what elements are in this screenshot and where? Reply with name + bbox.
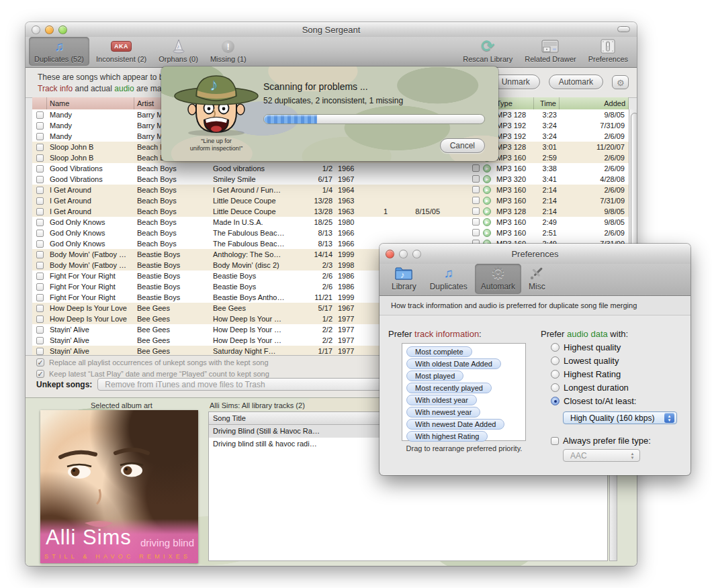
radio-button[interactable] [551, 383, 560, 392]
priority-item[interactable]: With oldest Date Added [406, 358, 501, 369]
prefs-tab-misc[interactable]: Misc [523, 264, 551, 294]
row-checkbox[interactable] [36, 305, 44, 312]
row-checkbox[interactable] [36, 219, 44, 226]
cell-year: 1977 [335, 313, 365, 324]
cell-artist: Bee Gees [134, 303, 210, 313]
table-row[interactable]: Good VibrationsBeach BoysGood vibrations… [32, 163, 629, 174]
cell-type: MP3 160 [494, 195, 534, 206]
row-checkbox[interactable] [36, 240, 44, 248]
replace-playlist-checkbox[interactable]: ✓ [36, 358, 44, 366]
album-art[interactable]: Alli Sims driving blind STILL & HAVOC RE… [40, 410, 198, 563]
keep-lastplay-checkbox[interactable]: ✓ [36, 370, 44, 378]
keep-checkbox[interactable] [472, 186, 480, 193]
priority-item[interactable]: With highest Rating [406, 431, 488, 442]
row-checkbox[interactable] [36, 122, 44, 130]
table-row[interactable]: God Only KnowsBeach BoysThe Fabulous Bea… [32, 228, 629, 238]
play-icon[interactable]: ▶ [483, 186, 491, 194]
prefs-titlebar[interactable]: Preferences [380, 244, 691, 264]
row-checkbox[interactable] [36, 111, 44, 119]
row-checkbox[interactable] [36, 208, 44, 215]
cell-added: 11/20/07 [560, 142, 629, 152]
cell-track: 8/13 [304, 238, 335, 249]
row-checkbox[interactable] [36, 165, 44, 173]
toolbar-item-related-drawer[interactable]: Related Drawer [519, 37, 581, 66]
row-checkbox[interactable] [36, 187, 44, 194]
radio-button[interactable] [551, 370, 560, 379]
radio-label: Closest to/At least: [564, 396, 636, 406]
header-added[interactable]: Added [560, 97, 629, 109]
priority-item[interactable]: Most played [406, 371, 463, 381]
row-checkbox[interactable] [36, 273, 44, 280]
toolbar-item-inconsistent[interactable]: AKA Inconsistent (2) [91, 37, 152, 66]
header-checkbox-col[interactable] [32, 97, 47, 109]
cell-name: Fight For Your Right [47, 271, 134, 281]
priority-item[interactable]: With newest year [406, 407, 480, 418]
cell-track: 1/2 [304, 163, 335, 174]
header-type[interactable]: Type [494, 97, 534, 109]
table-row[interactable]: God Only KnowsBeach BoysMade In U.S.A.18… [32, 217, 629, 228]
row-checkbox[interactable] [36, 315, 44, 323]
priority-item[interactable]: Most recently played [406, 383, 492, 393]
automark-button[interactable]: Automark [549, 75, 603, 89]
priority-item[interactable]: Most complete [406, 346, 472, 357]
header-time[interactable]: Time [534, 97, 560, 109]
keep-checkbox[interactable] [472, 218, 480, 226]
row-checkbox[interactable] [36, 283, 44, 291]
toolbar-item-preferences[interactable]: Preferences [583, 37, 633, 66]
main-titlebar[interactable]: Song Sergeant [26, 22, 637, 38]
toolbar-item-orphans[interactable]: ♪ Orphans (0) [153, 37, 204, 66]
quality-popup[interactable]: High Quality (160 kbps) ▲▼ [563, 411, 677, 424]
keep-checkbox[interactable] [472, 229, 480, 236]
row-checkbox[interactable] [36, 337, 44, 344]
play-icon[interactable]: ▶ [483, 164, 491, 173]
row-checkbox[interactable] [36, 230, 44, 237]
row-checkbox[interactable] [36, 144, 44, 151]
priority-list[interactable]: Most completeWith oldest Date AddedMost … [402, 343, 526, 441]
keep-checkbox[interactable] [472, 207, 480, 215]
header-name[interactable]: Name [47, 97, 134, 109]
play-icon[interactable]: ▶ [483, 229, 491, 237]
row-checkbox[interactable] [36, 348, 44, 355]
row-checkbox[interactable] [36, 294, 44, 301]
table-row[interactable]: Good VibrationsBeach BoysSmiley Smile6/1… [32, 174, 629, 185]
keep-checkbox[interactable] [472, 197, 480, 204]
toolbar-item-rescan-library[interactable]: ⟳ Rescan Library [457, 37, 518, 66]
radio-button[interactable] [551, 397, 560, 405]
file-type-checkbox[interactable] [551, 437, 559, 445]
row-checkbox[interactable] [36, 133, 44, 140]
play-icon[interactable]: ▶ [483, 197, 491, 205]
row-checkbox[interactable] [36, 262, 44, 269]
keep-checkbox[interactable] [472, 175, 480, 183]
radio-button[interactable] [551, 356, 560, 365]
row-checkbox[interactable] [36, 251, 44, 258]
row-checkbox[interactable] [36, 154, 44, 162]
cell-year: 1964 [335, 185, 365, 195]
unmark-button[interactable]: Unmark [492, 75, 540, 89]
file-type-popup[interactable]: AAC ▲▼ [563, 449, 640, 462]
toolbar-toggle-pill[interactable] [617, 26, 630, 32]
play-icon[interactable]: ▶ [483, 218, 491, 226]
keep-checkbox[interactable] [472, 164, 480, 172]
cell-track: 1/17 [304, 346, 335, 355]
prefs-tab-automark[interactable]: ⚙ Automark [475, 264, 521, 294]
cell-name: I Get Around [47, 195, 134, 206]
play-icon[interactable]: ▶ [483, 207, 491, 215]
radio-button[interactable] [551, 343, 560, 352]
toolbar-item-missing[interactable]: ! Missing (1) [205, 37, 252, 66]
toolbar-item-duplicates[interactable]: ♫ Duplicates (52) [29, 37, 89, 66]
priority-item[interactable]: With oldest year [406, 395, 477, 405]
prefs-tab-library[interactable]: ♪ Library [386, 264, 422, 294]
table-row[interactable]: I Get AroundBeach BoysI Get Around / Fun… [32, 185, 629, 195]
gear-button[interactable]: ⚙ [612, 75, 629, 89]
table-row[interactable]: I Get AroundBeach BoysLittle Deuce Coupe… [32, 206, 629, 217]
cell-album: Body Movin' (disc 2) [210, 260, 304, 271]
row-checkbox[interactable] [36, 326, 44, 334]
row-checkbox[interactable] [36, 197, 44, 205]
play-icon[interactable]: ▶ [483, 175, 491, 183]
row-checkbox[interactable] [36, 176, 44, 183]
table-row[interactable]: I Get AroundBeach BoysLittle Deuce Coupe… [32, 195, 629, 206]
cell-track: 13/28 [304, 195, 335, 206]
cancel-button[interactable]: Cancel [440, 138, 485, 153]
prefs-tab-duplicates[interactable]: ♫ Duplicates [424, 264, 474, 294]
priority-item[interactable]: With newest Date Added [406, 419, 504, 430]
